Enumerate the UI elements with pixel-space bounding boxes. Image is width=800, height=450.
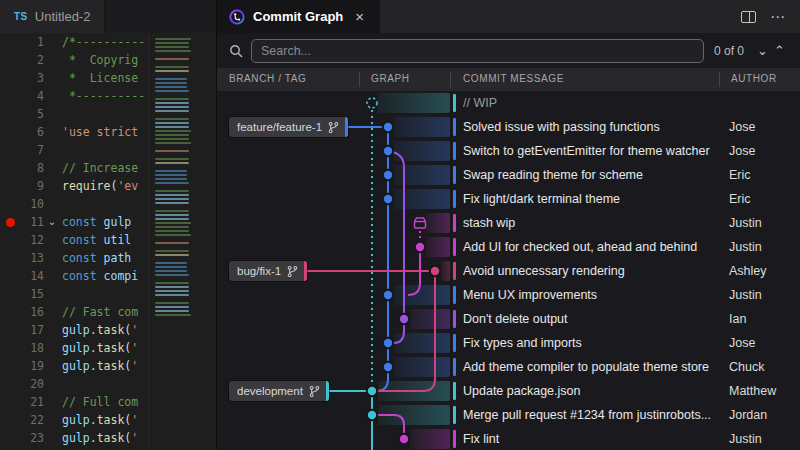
commit-author: Ian bbox=[729, 307, 746, 331]
line-number: 3 bbox=[18, 69, 44, 87]
row-color-bar bbox=[453, 214, 456, 232]
minimap-line bbox=[155, 94, 216, 96]
minimap-line bbox=[155, 262, 187, 264]
graph-row-tint bbox=[394, 357, 450, 377]
git-branch-icon bbox=[286, 265, 299, 278]
row-color-bar bbox=[453, 190, 456, 208]
minimap-line bbox=[155, 50, 191, 52]
column-header-graph[interactable]: GRAPH bbox=[371, 73, 410, 84]
branch-pill-bug-fix-1[interactable]: bug/fix-1 bbox=[229, 261, 307, 281]
fold-chevron-icon[interactable]: ⌄ bbox=[44, 213, 60, 231]
line-number: 1 bbox=[18, 33, 44, 51]
minimap-line bbox=[155, 142, 191, 144]
minimap-line bbox=[155, 306, 189, 308]
column-header-branch-tag[interactable]: BRANCH / TAG bbox=[229, 73, 306, 84]
branch-name: development bbox=[237, 385, 303, 397]
graph-row-tint bbox=[410, 429, 450, 449]
commit-row[interactable]: Fix lintJustin bbox=[217, 427, 800, 450]
graph-row-tint bbox=[378, 381, 450, 401]
minimap[interactable] bbox=[148, 33, 216, 450]
next-match-icon[interactable]: ⌄ bbox=[754, 44, 771, 57]
commit-author: Eric bbox=[729, 163, 751, 187]
commit-row[interactable]: stash wipJustin bbox=[217, 211, 800, 235]
minimap-line bbox=[155, 158, 189, 160]
code-editor[interactable]: 1/*----------2 * Copyrig3 * License4 *--… bbox=[0, 33, 216, 450]
row-color-bar bbox=[453, 406, 456, 424]
branch-pill-feature-feature-1[interactable]: feature/feature-1 bbox=[229, 117, 348, 137]
minimap-line bbox=[155, 242, 189, 244]
minimap-line bbox=[155, 186, 216, 188]
commit-row[interactable]: Switch to getEventEmitter for theme watc… bbox=[217, 139, 800, 163]
commit-graph-icon bbox=[229, 9, 245, 25]
commit-message: Solved issue with passing functions bbox=[463, 115, 715, 139]
tab-commit-graph[interactable]: Commit Graph × bbox=[217, 0, 380, 33]
prev-match-icon[interactable]: ⌃ bbox=[771, 44, 788, 57]
column-header-author[interactable]: AUTHOR bbox=[731, 73, 777, 84]
line-number: 17 bbox=[18, 321, 44, 339]
search-input[interactable] bbox=[251, 39, 704, 63]
commit-message: Merge pull request #1234 from justinrobo… bbox=[463, 403, 715, 427]
commit-author: Jose bbox=[729, 115, 755, 139]
minimap-line bbox=[155, 82, 187, 84]
minimap-line bbox=[155, 170, 187, 172]
commit-row[interactable]: Menu UX improvementsJustin bbox=[217, 283, 800, 307]
row-color-bar bbox=[453, 286, 456, 304]
minimap-line bbox=[155, 266, 187, 268]
commit-message: Don't delete output bbox=[463, 307, 715, 331]
commit-message: Swap reading theme for scheme bbox=[463, 163, 715, 187]
line-number: 6 bbox=[18, 123, 44, 141]
minimap-line bbox=[155, 114, 216, 116]
line-number: 16 bbox=[18, 303, 44, 321]
row-color-bar bbox=[453, 118, 456, 136]
graph-row-tint bbox=[394, 333, 450, 353]
column-header-commit-message[interactable]: COMMIT MESSAGE bbox=[463, 73, 564, 84]
commit-row[interactable]: Add UI for checked out, ahead and behind… bbox=[217, 235, 800, 259]
minimap-line bbox=[155, 150, 189, 152]
commit-author: Ashley bbox=[729, 259, 767, 283]
commit-row[interactable]: Add theme compiler to populate theme sto… bbox=[217, 355, 800, 379]
branch-pill-development[interactable]: development bbox=[229, 381, 329, 401]
minimap-line bbox=[155, 78, 187, 80]
line-number: 14 bbox=[18, 267, 44, 285]
branch-accent bbox=[304, 261, 307, 281]
minimap-line bbox=[155, 174, 187, 176]
git-branch-icon bbox=[308, 385, 321, 398]
graph-row-tint bbox=[426, 237, 450, 257]
row-color-bar bbox=[453, 142, 456, 160]
minimap-line bbox=[155, 286, 189, 288]
minimap-line bbox=[155, 214, 189, 216]
commit-row[interactable]: Swap reading theme for schemeEric bbox=[217, 163, 800, 187]
line-number: 22 bbox=[18, 411, 44, 429]
commit-row[interactable]: // WIP bbox=[217, 91, 800, 115]
commit-message: // WIP bbox=[463, 91, 715, 115]
editor-tabbar: TS Untitled-2 bbox=[0, 0, 216, 33]
minimap-line bbox=[155, 198, 189, 200]
tab-untitled-2[interactable]: TS Untitled-2 bbox=[0, 0, 105, 33]
graph-row-tint bbox=[410, 309, 450, 329]
graph-row-tint bbox=[394, 285, 450, 305]
editor-actions: ⋯ bbox=[741, 0, 800, 33]
split-editor-icon[interactable] bbox=[741, 11, 756, 23]
line-number: 21 bbox=[18, 393, 44, 411]
minimap-line bbox=[155, 274, 189, 276]
minimap-line bbox=[155, 194, 189, 196]
commit-row[interactable]: Fix types and importsJose bbox=[217, 331, 800, 355]
line-number: 2 bbox=[18, 51, 44, 69]
minimap-line bbox=[155, 110, 189, 112]
minimap-line bbox=[155, 282, 189, 284]
minimap-line bbox=[155, 86, 187, 88]
commit-row[interactable]: Merge pull request #1234 from justinrobo… bbox=[217, 403, 800, 427]
minimap-line bbox=[155, 210, 189, 212]
line-number: 18 bbox=[18, 339, 44, 357]
row-color-bar bbox=[453, 262, 456, 280]
commit-row[interactable]: Don't delete outputIan bbox=[217, 307, 800, 331]
table-header: BRANCH / TAG GRAPH COMMIT MESSAGE AUTHOR bbox=[217, 68, 800, 91]
commit-message: Fix types and imports bbox=[463, 331, 715, 355]
commit-row[interactable]: Fix light/dark terminal themeEric bbox=[217, 187, 800, 211]
more-actions-icon[interactable]: ⋯ bbox=[770, 8, 786, 26]
line-number: 4 bbox=[18, 87, 44, 105]
breakpoint-dot[interactable] bbox=[6, 218, 15, 227]
minimap-line bbox=[155, 202, 189, 204]
line-number: 5 bbox=[18, 105, 44, 123]
close-icon[interactable]: × bbox=[351, 7, 368, 26]
